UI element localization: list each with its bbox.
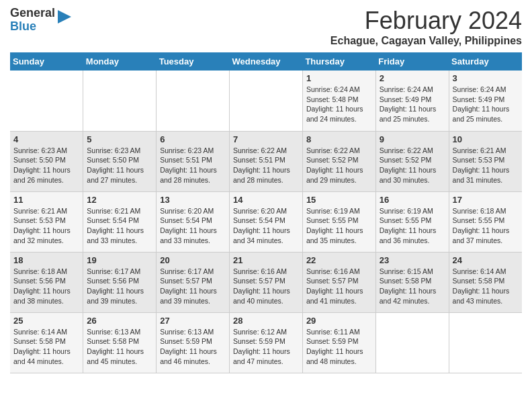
day-number: 10	[453, 134, 519, 144]
svg-marker-0	[58, 10, 71, 24]
day-info: Sunrise: 6:13 AM Sunset: 5:58 PM Dayligh…	[87, 327, 152, 367]
calendar-cell	[230, 71, 303, 131]
day-number: 24	[453, 255, 519, 265]
calendar-day-header: Saturday	[449, 52, 522, 71]
day-number: 11	[13, 195, 79, 205]
calendar-day-header: Thursday	[302, 52, 375, 71]
day-info: Sunrise: 6:16 AM Sunset: 5:57 PM Dayligh…	[306, 267, 372, 306]
day-number: 12	[87, 195, 152, 205]
calendar-day-header: Sunday	[10, 52, 83, 71]
day-info: Sunrise: 6:20 AM Sunset: 5:54 PM Dayligh…	[160, 206, 226, 246]
calendar-week-row: 4Sunrise: 6:23 AM Sunset: 5:50 PM Daylig…	[10, 131, 522, 191]
calendar-cell: 6Sunrise: 6:23 AM Sunset: 5:51 PM Daylig…	[157, 131, 230, 191]
day-info: Sunrise: 6:18 AM Sunset: 5:55 PM Dayligh…	[453, 206, 519, 246]
calendar-week-row: 11Sunrise: 6:21 AM Sunset: 5:53 PM Dayli…	[10, 191, 522, 252]
day-info: Sunrise: 6:19 AM Sunset: 5:55 PM Dayligh…	[380, 206, 445, 246]
calendar-cell: 1Sunrise: 6:24 AM Sunset: 5:48 PM Daylig…	[302, 71, 375, 131]
calendar-cell	[375, 312, 449, 373]
calendar-day-header: Friday	[375, 52, 449, 71]
day-number: 27	[160, 316, 226, 326]
calendar-table: SundayMondayTuesdayWednesdayThursdayFrid…	[10, 52, 522, 373]
day-info: Sunrise: 6:12 AM Sunset: 5:59 PM Dayligh…	[233, 327, 299, 367]
calendar-day-header: Wednesday	[230, 52, 303, 71]
calendar-cell	[83, 71, 157, 131]
calendar-cell	[449, 312, 522, 373]
day-number: 5	[87, 134, 152, 144]
calendar-cell: 9Sunrise: 6:22 AM Sunset: 5:52 PM Daylig…	[375, 131, 449, 191]
day-number: 4	[13, 134, 79, 144]
day-number: 14	[233, 195, 299, 205]
day-number: 29	[306, 316, 372, 326]
title-block: February 2024 Echague, Cagayan Valley, P…	[330, 7, 522, 47]
calendar-cell: 17Sunrise: 6:18 AM Sunset: 5:55 PM Dayli…	[449, 191, 522, 252]
day-info: Sunrise: 6:15 AM Sunset: 5:58 PM Dayligh…	[380, 267, 445, 306]
calendar-cell: 15Sunrise: 6:19 AM Sunset: 5:55 PM Dayli…	[302, 191, 375, 252]
subtitle: Echague, Cagayan Valley, Philippines	[330, 35, 522, 47]
calendar-cell: 21Sunrise: 6:16 AM Sunset: 5:57 PM Dayli…	[230, 252, 303, 312]
calendar-cell: 26Sunrise: 6:13 AM Sunset: 5:58 PM Dayli…	[83, 312, 157, 373]
calendar-cell: 29Sunrise: 6:11 AM Sunset: 5:59 PM Dayli…	[302, 312, 375, 373]
day-info: Sunrise: 6:23 AM Sunset: 5:50 PM Dayligh…	[13, 146, 79, 185]
day-number: 28	[233, 316, 299, 326]
calendar-header: SundayMondayTuesdayWednesdayThursdayFrid…	[10, 52, 522, 71]
calendar-cell	[10, 71, 83, 131]
calendar-cell: 13Sunrise: 6:20 AM Sunset: 5:54 PM Dayli…	[157, 191, 230, 252]
calendar-cell: 4Sunrise: 6:23 AM Sunset: 5:50 PM Daylig…	[10, 131, 83, 191]
calendar-cell: 23Sunrise: 6:15 AM Sunset: 5:58 PM Dayli…	[375, 252, 449, 312]
calendar-cell: 24Sunrise: 6:14 AM Sunset: 5:58 PM Dayli…	[449, 252, 522, 312]
day-info: Sunrise: 6:14 AM Sunset: 5:58 PM Dayligh…	[13, 327, 79, 367]
calendar-cell	[157, 71, 230, 131]
calendar-cell: 18Sunrise: 6:18 AM Sunset: 5:56 PM Dayli…	[10, 252, 83, 312]
day-info: Sunrise: 6:14 AM Sunset: 5:58 PM Dayligh…	[453, 267, 519, 306]
day-number: 6	[160, 134, 226, 144]
calendar-week-row: 18Sunrise: 6:18 AM Sunset: 5:56 PM Dayli…	[10, 252, 522, 312]
day-number: 2	[380, 73, 445, 83]
day-number: 19	[87, 255, 152, 265]
day-number: 1	[306, 73, 372, 83]
day-info: Sunrise: 6:21 AM Sunset: 5:54 PM Dayligh…	[87, 206, 152, 246]
day-number: 3	[453, 73, 519, 83]
day-info: Sunrise: 6:16 AM Sunset: 5:57 PM Dayligh…	[233, 267, 299, 306]
day-info: Sunrise: 6:24 AM Sunset: 5:48 PM Dayligh…	[306, 85, 372, 124]
day-info: Sunrise: 6:24 AM Sunset: 5:49 PM Dayligh…	[380, 85, 445, 124]
calendar-week-row: 1Sunrise: 6:24 AM Sunset: 5:48 PM Daylig…	[10, 71, 522, 131]
day-number: 16	[380, 195, 445, 205]
day-number: 20	[160, 255, 226, 265]
calendar-cell: 11Sunrise: 6:21 AM Sunset: 5:53 PM Dayli…	[10, 191, 83, 252]
day-info: Sunrise: 6:17 AM Sunset: 5:57 PM Dayligh…	[160, 267, 226, 306]
logo-text: GeneralBlue	[10, 7, 55, 34]
day-number: 7	[233, 134, 299, 144]
day-info: Sunrise: 6:17 AM Sunset: 5:56 PM Dayligh…	[87, 267, 152, 306]
calendar-day-header: Monday	[83, 52, 157, 71]
day-info: Sunrise: 6:22 AM Sunset: 5:51 PM Dayligh…	[233, 146, 299, 185]
day-info: Sunrise: 6:24 AM Sunset: 5:49 PM Dayligh…	[453, 85, 519, 124]
day-number: 23	[380, 255, 445, 265]
day-info: Sunrise: 6:18 AM Sunset: 5:56 PM Dayligh…	[13, 267, 79, 306]
day-number: 9	[380, 134, 445, 144]
calendar-cell: 27Sunrise: 6:13 AM Sunset: 5:59 PM Dayli…	[157, 312, 230, 373]
day-info: Sunrise: 6:22 AM Sunset: 5:52 PM Dayligh…	[380, 146, 445, 185]
day-info: Sunrise: 6:20 AM Sunset: 5:54 PM Dayligh…	[233, 206, 299, 246]
day-info: Sunrise: 6:23 AM Sunset: 5:51 PM Dayligh…	[160, 146, 226, 185]
calendar-cell: 2Sunrise: 6:24 AM Sunset: 5:49 PM Daylig…	[375, 71, 449, 131]
calendar-cell: 25Sunrise: 6:14 AM Sunset: 5:58 PM Dayli…	[10, 312, 83, 373]
calendar-cell: 7Sunrise: 6:22 AM Sunset: 5:51 PM Daylig…	[230, 131, 303, 191]
calendar-cell: 28Sunrise: 6:12 AM Sunset: 5:59 PM Dayli…	[230, 312, 303, 373]
calendar-day-header: Tuesday	[157, 52, 230, 71]
calendar-cell: 14Sunrise: 6:20 AM Sunset: 5:54 PM Dayli…	[230, 191, 303, 252]
day-number: 25	[13, 316, 79, 326]
day-info: Sunrise: 6:19 AM Sunset: 5:55 PM Dayligh…	[306, 206, 372, 246]
day-info: Sunrise: 6:21 AM Sunset: 5:53 PM Dayligh…	[13, 206, 79, 246]
calendar-cell: 8Sunrise: 6:22 AM Sunset: 5:52 PM Daylig…	[302, 131, 375, 191]
day-number: 18	[13, 255, 79, 265]
calendar-cell: 19Sunrise: 6:17 AM Sunset: 5:56 PM Dayli…	[83, 252, 157, 312]
calendar-cell: 16Sunrise: 6:19 AM Sunset: 5:55 PM Dayli…	[375, 191, 449, 252]
calendar-cell: 5Sunrise: 6:23 AM Sunset: 5:50 PM Daylig…	[83, 131, 157, 191]
calendar-cell: 10Sunrise: 6:21 AM Sunset: 5:53 PM Dayli…	[449, 131, 522, 191]
calendar-week-row: 25Sunrise: 6:14 AM Sunset: 5:58 PM Dayli…	[10, 312, 522, 373]
logo: GeneralBlue	[10, 7, 71, 34]
calendar-cell: 3Sunrise: 6:24 AM Sunset: 5:49 PM Daylig…	[449, 71, 522, 131]
main-title: February 2024	[330, 7, 522, 35]
day-info: Sunrise: 6:21 AM Sunset: 5:53 PM Dayligh…	[453, 146, 519, 185]
logo-triangle-icon	[58, 10, 71, 30]
